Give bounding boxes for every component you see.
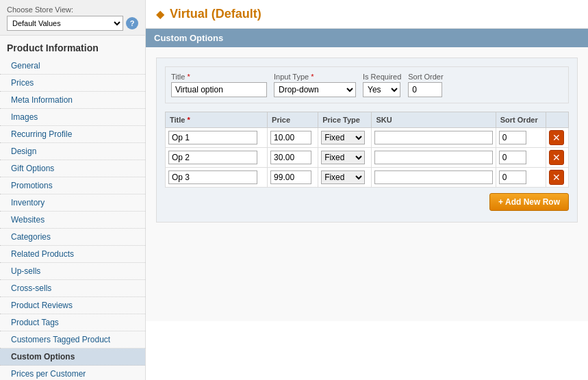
col-header-sku: SKU	[372, 112, 496, 128]
table-row: Fixed Percent ✕	[166, 148, 569, 168]
title-required-marker: *	[187, 73, 190, 81]
sidebar-item-gift[interactable]: Gift Options	[0, 160, 145, 177]
col-header-action	[546, 112, 568, 128]
row-2-title-input[interactable]	[168, 151, 257, 164]
row-delete-cell: ✕	[546, 168, 568, 188]
sort-order-input[interactable]	[408, 82, 442, 97]
row-sort-cell	[496, 168, 546, 188]
row-3-delete-button[interactable]: ✕	[549, 170, 564, 185]
input-type-required-marker: *	[311, 73, 314, 81]
store-view-label: Choose Store View:	[7, 5, 138, 14]
row-1-price-type-select[interactable]: Fixed Percent	[321, 131, 365, 144]
option-title-input[interactable]	[171, 82, 267, 97]
sidebar-item-prices-customer[interactable]: Prices per Customer	[0, 366, 145, 380]
option-header-row: Title * Input Type * Drop-down Text Fiel…	[165, 66, 569, 103]
page-icon: ◆	[156, 8, 164, 21]
row-3-price-input[interactable]	[270, 170, 311, 184]
col-header-title: Title *	[166, 112, 268, 128]
row-2-sort-input[interactable]	[499, 151, 526, 164]
input-type-select[interactable]: Drop-down Text Field Text Area File Radi…	[274, 82, 356, 97]
sidebar-item-reviews[interactable]: Product Reviews	[0, 297, 145, 314]
store-view-select[interactable]: Default Values	[7, 16, 123, 31]
row-sort-cell	[496, 128, 546, 148]
row-sku-cell	[372, 168, 496, 188]
sort-order-field-group: Sort Order	[408, 73, 443, 97]
row-price-type-cell: Fixed Percent	[318, 128, 372, 148]
sidebar-item-websites[interactable]: Websites	[0, 212, 145, 229]
row-price-cell	[268, 148, 318, 168]
row-title-cell	[166, 148, 268, 168]
sidebar-item-related[interactable]: Related Products	[0, 246, 145, 263]
row-3-sort-input[interactable]	[499, 170, 526, 184]
page-title: Virtual (Default)	[170, 7, 261, 21]
sidebar-item-upsells[interactable]: Up-sells	[0, 263, 145, 280]
input-type-label: Input Type *	[274, 73, 356, 81]
col-header-sort-order: Sort Order	[496, 112, 546, 128]
row-title-cell	[166, 128, 268, 148]
title-field-label: Title *	[171, 73, 267, 81]
sidebar-item-promotions[interactable]: Promotions	[0, 177, 145, 194]
row-3-price-type-select[interactable]: Fixed Percent	[321, 170, 365, 184]
table-header-row: Title * Price Price Type SKU Sort Order	[166, 112, 569, 128]
sidebar-item-general[interactable]: General	[0, 58, 145, 75]
sidebar: Choose Store View: Default Values ? Prod…	[0, 0, 146, 380]
col-header-price-type: Price Type	[318, 112, 372, 128]
row-1-price-input[interactable]	[270, 131, 311, 144]
row-price-type-cell: Fixed Percent	[318, 168, 372, 188]
row-3-sku-input[interactable]	[374, 170, 492, 184]
row-price-cell	[268, 168, 318, 188]
row-2-delete-button[interactable]: ✕	[549, 150, 564, 165]
sidebar-heading: Product Information	[0, 36, 145, 58]
table-row: Fixed Percent ✕	[166, 128, 569, 148]
page-header: ◆ Virtual (Default)	[146, 0, 588, 29]
is-required-label: Is Required	[363, 73, 401, 81]
sidebar-item-crosssells[interactable]: Cross-sells	[0, 280, 145, 297]
input-type-field-group: Input Type * Drop-down Text Field Text A…	[274, 73, 356, 97]
table-row: Fixed Percent ✕	[166, 168, 569, 188]
row-title-cell	[166, 168, 268, 188]
sidebar-item-custom-options[interactable]: Custom Options	[0, 349, 145, 366]
sidebar-item-tags[interactable]: Product Tags	[0, 314, 145, 331]
section-heading: Custom Options	[146, 29, 588, 47]
main-content: ◆ Virtual (Default) Custom Options Title…	[146, 0, 588, 380]
row-sort-cell	[496, 148, 546, 168]
row-2-price-type-select[interactable]: Fixed Percent	[321, 151, 365, 164]
row-price-cell	[268, 128, 318, 148]
sidebar-item-images[interactable]: Images	[0, 109, 145, 126]
store-view-row: Default Values ?	[7, 16, 138, 31]
row-1-sku-input[interactable]	[374, 131, 492, 144]
title-field-group: Title *	[171, 73, 267, 97]
sidebar-item-prices[interactable]: Prices	[0, 75, 145, 92]
row-2-price-input[interactable]	[270, 151, 311, 164]
row-delete-cell: ✕	[546, 148, 568, 168]
store-view-section: Choose Store View: Default Values ?	[0, 0, 145, 36]
row-sku-cell	[372, 148, 496, 168]
sidebar-item-customers-tagged[interactable]: Customers Tagged Product	[0, 331, 145, 349]
sidebar-item-meta[interactable]: Meta Information	[0, 92, 145, 109]
row-1-sort-input[interactable]	[499, 131, 526, 144]
add-row-section: + Add New Row	[165, 188, 569, 214]
row-2-sku-input[interactable]	[374, 151, 492, 164]
sidebar-item-design[interactable]: Design	[0, 143, 145, 160]
row-delete-cell: ✕	[546, 128, 568, 148]
sort-order-label: Sort Order	[408, 73, 443, 81]
row-price-type-cell: Fixed Percent	[318, 148, 372, 168]
col-header-price: Price	[268, 112, 318, 128]
is-required-field-group: Is Required Yes No	[363, 73, 401, 97]
help-icon[interactable]: ?	[126, 17, 138, 29]
options-wrapper: Title * Input Type * Drop-down Text Fiel…	[156, 58, 578, 223]
row-3-title-input[interactable]	[168, 170, 257, 184]
options-table: Title * Price Price Type SKU Sort Order	[165, 112, 569, 188]
sidebar-item-categories[interactable]: Categories	[0, 229, 145, 246]
row-1-title-input[interactable]	[168, 131, 257, 144]
sidebar-item-recurring[interactable]: Recurring Profile	[0, 126, 145, 143]
content-area: Title * Input Type * Drop-down Text Fiel…	[146, 47, 588, 321]
row-sku-cell	[372, 128, 496, 148]
is-required-select[interactable]: Yes No	[363, 82, 400, 97]
add-new-row-button[interactable]: + Add New Row	[489, 193, 569, 211]
sidebar-item-inventory[interactable]: Inventory	[0, 194, 145, 212]
row-1-delete-button[interactable]: ✕	[549, 130, 564, 145]
